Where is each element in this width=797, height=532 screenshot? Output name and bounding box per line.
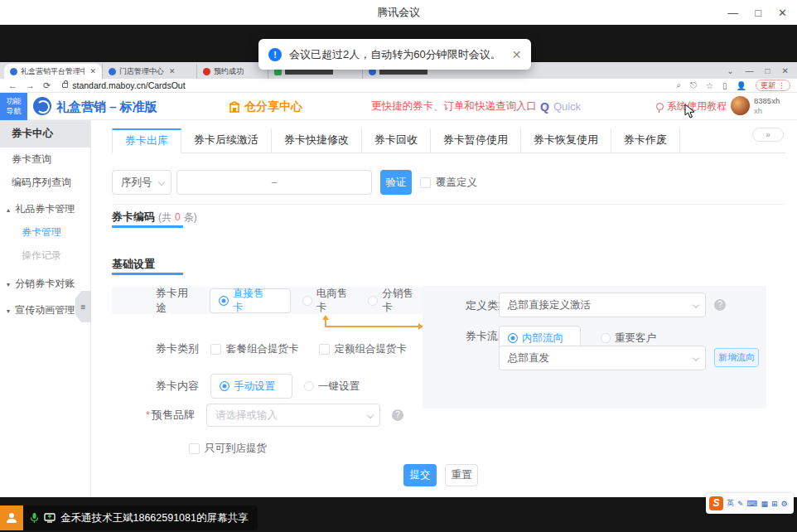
app-header: 功能 导航 礼盒营销 – 标准版 仓分享中心 更快捷的券卡、订单和快递查询入口 …	[0, 93, 797, 120]
tab-card-activate[interactable]: 券卡后续激活	[181, 128, 272, 153]
tab-card-resume[interactable]: 券卡恢复使用	[521, 128, 611, 153]
avatar[interactable]	[731, 96, 750, 115]
presale-brand-row: *预售品牌 请选择或输入 ?	[146, 404, 403, 427]
share-center-label: 仓分享中心	[244, 99, 302, 114]
sidebar-item-card-mgmt[interactable]: 券卡管理	[0, 220, 90, 244]
fixed-combo-checkbox[interactable]	[319, 344, 330, 355]
reload-icon[interactable]: ⟳	[43, 80, 51, 91]
microphone-icon	[30, 512, 39, 524]
update-label: 更新	[761, 80, 775, 91]
chevron-down-icon	[693, 302, 699, 308]
radio-distribution-sale[interactable]: 分销售卡	[368, 287, 423, 315]
tab-favicon	[203, 68, 210, 75]
verify-button[interactable]: 验证	[380, 170, 412, 195]
radio-key-customer[interactable]: 重要客户	[601, 331, 656, 346]
tab-card-pause[interactable]: 券卡暂停使用	[431, 128, 521, 153]
more-menu-icon[interactable]: ⋮	[778, 81, 785, 89]
sidebar-group-gift-card-mgmt[interactable]: ▴ 礼品券卡管理	[0, 197, 90, 220]
browser-maximize-button[interactable]: □	[766, 66, 770, 75]
function-nav-line2: 导航	[0, 106, 27, 116]
browser-tab[interactable]: 门店管理中心 ✕	[102, 64, 196, 79]
ime-pen-icon[interactable]: ✎	[737, 500, 744, 508]
tab-card-quick-edit[interactable]: 券卡快捷修改	[272, 128, 362, 153]
codes-title: 券卡编码	[112, 210, 155, 225]
tab-card-outbound[interactable]: 券卡出库	[112, 128, 181, 153]
collapse-arrow-icon: ▴	[7, 206, 10, 214]
ime-settings-icon[interactable]: ⚙	[781, 500, 788, 508]
meeting-title: 腾讯会议	[0, 0, 797, 25]
def-type-select[interactable]: 总部直接定义激活	[499, 293, 706, 317]
card-category-row: 券卡类别 套餐组合提货卡 定额组合提货卡	[156, 341, 407, 356]
overwrite-checkbox[interactable]	[420, 177, 431, 188]
tab-card-recycle[interactable]: 券卡回收	[362, 128, 431, 153]
tab-close-icon[interactable]: ✕	[169, 67, 176, 75]
meeting-close-button[interactable]: ✕	[778, 7, 787, 18]
user-subname: xh	[754, 106, 780, 116]
meeting-maximize-button[interactable]: □	[755, 7, 761, 18]
help-icon[interactable]: ?	[714, 299, 726, 311]
expand-arrow-icon: ▾	[7, 307, 10, 315]
ime-toolbox-icon[interactable]: ⊞	[771, 500, 778, 508]
search-field-select[interactable]: 序列号	[112, 170, 171, 195]
browser-tab-active[interactable]: 礼盒营销平台管理中心 ✕	[4, 64, 102, 79]
sidepanel-icon[interactable]: ▯	[722, 81, 727, 90]
function-nav-button[interactable]: 功能 导航	[0, 93, 27, 120]
sidebar-collapse-handle[interactable]: ≡	[75, 291, 91, 322]
url-text[interactable]: standard.maboy.cn/CardsOut	[72, 80, 185, 90]
toast-close-icon[interactable]: ✕	[512, 48, 522, 61]
quick-search[interactable]: Q Quick	[540, 93, 581, 120]
reset-button[interactable]: 重置	[445, 464, 478, 486]
browser-update-button[interactable]: 更新 ⋮	[756, 80, 790, 91]
sidebar-item-card-query[interactable]: 券卡查询	[0, 148, 90, 171]
divider	[112, 204, 785, 205]
ime-lang-toggle[interactable]: 英	[727, 498, 734, 509]
serial-range-input[interactable]: –	[176, 170, 372, 195]
main-content: 券卡出库 券卡后续激活 券卡快捷修改 券卡回收 券卡暂停使用 券卡恢复使用 券卡…	[91, 120, 797, 497]
add-flow-button[interactable]: 新增流向	[714, 348, 759, 367]
sidebar-group-distribution-reconcile[interactable]: ▾ 分销券卡对账	[0, 272, 90, 295]
share-page-icon[interactable]: ⎋	[690, 80, 697, 90]
radio-one-click-setup[interactable]: 一键设置	[304, 380, 360, 394]
ime-skin-icon[interactable]: ▦	[761, 500, 769, 508]
shared-browser-window: 礼盒营销平台管理中心 ✕ 门店管理中心 ✕ 预约成功 ⌄	[0, 62, 797, 497]
meeting-minimize-button[interactable]: —	[727, 7, 738, 18]
screen-share-indicator[interactable]: 金禾通技术王斌18662591081的屏幕共享	[0, 505, 258, 530]
browser-minimize-button[interactable]: —	[746, 66, 754, 75]
profile-icon[interactable]: 👤	[737, 81, 746, 90]
sidebar-item-code-sequence-query[interactable]: 编码序列查询	[0, 171, 90, 194]
radio-ecommerce-sale[interactable]: 电商售卡	[302, 287, 357, 315]
tab-close-icon[interactable]: ✕	[89, 67, 96, 75]
radio-manual-setup[interactable]: 手动设置	[210, 374, 292, 399]
browser-tab[interactable]: 预约成功	[196, 64, 268, 79]
screen-share-stage: ! 会议已超过2人，自动转为60分钟限时会议。 ✕ 礼盒营销平台管理中心 ✕ 门…	[0, 25, 797, 532]
browser-close-button[interactable]: ✕	[782, 66, 789, 75]
sidebar-item-operation-log[interactable]: 操作记录	[0, 244, 90, 267]
category-label: 券卡类别	[156, 341, 199, 356]
presale-brand-select[interactable]: 请选择或输入	[206, 404, 380, 427]
tab-card-void[interactable]: 券卡作废	[611, 128, 680, 153]
expand-panel-button[interactable]: »	[752, 128, 784, 142]
def-type-value: 总部直接定义激活	[508, 298, 591, 312]
flow-select[interactable]: 总部直发	[499, 346, 706, 370]
ime-keyboard-icon[interactable]: ⌨	[747, 500, 758, 508]
submit-button[interactable]: 提交	[403, 464, 437, 486]
zoom-icon[interactable]: ⌕	[677, 80, 682, 90]
meeting-toast: ! 会议已超过2人，自动转为60分钟限时会议。 ✕	[258, 39, 531, 70]
sogou-logo-icon[interactable]: S	[709, 496, 723, 510]
warehouse-share-center-link[interactable]: 仓分享中心	[229, 93, 302, 120]
back-icon[interactable]: ←	[8, 80, 17, 91]
help-icon[interactable]: ?	[392, 409, 403, 421]
tab-title: 礼盒营销平台管理中心	[21, 66, 85, 77]
basic-title: 基础设置	[112, 257, 155, 272]
tabs-menu-chevron-icon[interactable]: ⌄	[727, 66, 733, 75]
bookmark-star-icon[interactable]: ☆	[706, 81, 713, 90]
forward-icon[interactable]: →	[26, 80, 35, 91]
package-combo-checkbox[interactable]	[210, 344, 221, 355]
store-only-checkbox[interactable]	[189, 443, 200, 454]
sidebar-title: 券卡中心	[0, 120, 90, 148]
url-field[interactable]: standard.maboy.cn/CardsOut	[62, 80, 185, 90]
user-account[interactable]: 8385xh xh	[731, 96, 780, 116]
quick-entry-link[interactable]: 更快捷的券卡、订单和快递查询入口 ☞	[371, 93, 550, 120]
radio-direct-sale[interactable]: 直接售卡	[210, 288, 291, 313]
overwrite-label: 覆盖定义	[436, 176, 477, 190]
